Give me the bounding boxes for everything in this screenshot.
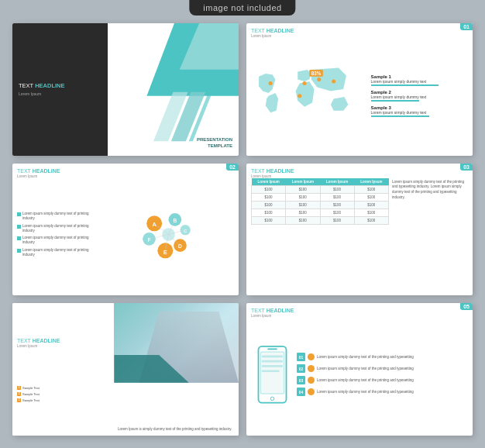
table-row: $100$100 $100$100 xyxy=(252,208,389,216)
slide-2-content: 83% Sample 1 Lorem ipsum simply dummy te… xyxy=(251,41,468,151)
slide-5-bottom: 1 Sample Text 2 Sample Text 3 Sample Tex… xyxy=(12,383,239,436)
table-row: $100$100 $100$100 xyxy=(252,216,389,224)
bullet-3: Lorem ipsum simply dummy text of printin… xyxy=(17,236,99,245)
svg-text:A: A xyxy=(152,221,157,228)
slide-4-header: TEXT HEADLINE Lorem Ipsum xyxy=(251,168,468,178)
step-text-1: Lorem ipsum simply dummy text of the pri… xyxy=(317,355,414,360)
slide-3-circles: 02 TEXT HEADLINE Lorem Ipsum Lorem ipsum… xyxy=(12,164,239,296)
map-area: 83% xyxy=(251,41,368,151)
tag-icon-3: 3 xyxy=(17,398,21,402)
step-num-4: 04 xyxy=(297,388,305,396)
data-table: Lorem Ipsum Lorem Ipsum Lorem Ipsum Lore… xyxy=(251,178,389,225)
watermark-text: image not included xyxy=(203,3,281,12)
svg-rect-35 xyxy=(262,365,283,367)
slide-3-headline: TEXT HEADLINE xyxy=(17,168,234,174)
slides-grid: TEXT HEADLINE Lorem Ipsum PRESENTATION T… xyxy=(0,0,485,448)
slide-1-headline: TEXT HEADLINE xyxy=(19,82,101,90)
svg-point-3 xyxy=(302,81,306,85)
svg-text:83%: 83% xyxy=(311,71,322,76)
slide-2-headline: TEXT HEADLINE xyxy=(251,28,294,33)
slide-2-worldmap: 01 TEXT HEADLINE Lorem Ipsum xyxy=(246,23,473,156)
presentation-label: PRESENTATION xyxy=(197,136,232,143)
slide-6-phone: 05 TEXT HEADLINE Lorem Ipsum xyxy=(246,303,473,436)
slide-2-sub: Lorem Ipsum xyxy=(251,34,294,38)
tag-icon-1: 1 xyxy=(17,386,21,390)
svg-text:B: B xyxy=(173,218,177,223)
slide-num-4: 03 xyxy=(460,164,473,171)
slide-1-left: TEXT HEADLINE Lorem Ipsum xyxy=(12,23,108,156)
step-2: 02 Lorem ipsum simply dummy text of the … xyxy=(297,364,468,373)
col-header-4: Lorem Ipsum xyxy=(354,178,388,186)
slide-1-sub: Lorem Ipsum xyxy=(19,91,101,96)
svg-rect-33 xyxy=(262,355,283,357)
photo-area xyxy=(114,303,239,382)
svg-point-7 xyxy=(269,81,273,85)
tag-icon-2: 2 xyxy=(17,392,21,396)
step-icon-1 xyxy=(308,353,315,360)
slide-5-headline: TEXT HEADLINE xyxy=(17,338,109,343)
svg-rect-30 xyxy=(260,352,284,394)
slide-3-content: Lorem ipsum simply dummy text of printin… xyxy=(17,178,234,291)
col-header-1: Lorem Ipsum xyxy=(252,178,286,186)
step-icon-2 xyxy=(308,365,315,372)
col-header-2: Lorem Ipsum xyxy=(286,178,320,186)
step-num-2: 02 xyxy=(297,364,305,373)
step-text-3: Lorem ipsum simply dummy text of the pri… xyxy=(317,378,414,383)
slide-4-content: Lorem Ipsum Lorem Ipsum Lorem Ipsum Lore… xyxy=(251,178,468,291)
svg-rect-34 xyxy=(262,360,283,363)
step-text-2: Lorem ipsum simply dummy text of the pri… xyxy=(317,367,414,371)
sample-3: Sample 3 Lorem ipsum simply dummy text xyxy=(371,105,468,117)
slide-6-header: TEXT HEADLINE Lorem Ipsum xyxy=(251,308,468,318)
bullet-dot-2 xyxy=(17,225,21,229)
svg-point-6 xyxy=(298,94,301,98)
table-wrap: Lorem Ipsum Lorem Ipsum Lorem Ipsum Lore… xyxy=(251,178,389,291)
slide-num-6: 05 xyxy=(460,303,473,310)
svg-text:F: F xyxy=(147,237,150,243)
step-3: 03 Lorem ipsum simply dummy text of the … xyxy=(297,376,468,384)
bullet-2: Lorem ipsum simply dummy text of printin… xyxy=(17,224,99,233)
svg-text:E: E xyxy=(163,248,167,255)
sample-list: Sample 1 Lorem ipsum simply dummy text S… xyxy=(371,41,468,151)
sample-1: Sample 1 Lorem ipsum simply dummy text xyxy=(371,74,468,86)
svg-point-32 xyxy=(270,397,274,401)
sample-tag-1: 1 Sample Text xyxy=(17,386,115,390)
slide-5-tags: 1 Sample Text 2 Sample Text 3 Sample Tex… xyxy=(17,386,115,432)
svg-rect-36 xyxy=(262,370,280,372)
slide-4-table: 03 TEXT HEADLINE Lorem Ipsum Lorem Ipsum… xyxy=(246,164,473,296)
step-text-4: Lorem ipsum simply dummy text of the pri… xyxy=(317,390,414,395)
sample-tag-3: 3 Sample Text xyxy=(17,398,115,402)
slide-5-left-panel: TEXT HEADLINE Lorem Ipsum xyxy=(12,303,114,382)
bullet-1: Lorem ipsum simply dummy text of printin… xyxy=(17,212,99,221)
slide-1-cover: TEXT HEADLINE Lorem Ipsum PRESENTATION T… xyxy=(12,23,239,156)
svg-point-5 xyxy=(332,80,335,84)
circle-diagram: A B C D E F xyxy=(102,178,234,291)
col-header-3: Lorem Ipsum xyxy=(320,178,354,186)
table-row: $100$100 $100$100 xyxy=(252,193,389,201)
slide-6-headline: TEXT HEADLINE xyxy=(251,308,468,313)
step-num-1: 01 xyxy=(297,353,305,361)
step-icon-4 xyxy=(308,388,315,395)
step-1: 01 Lorem ipsum simply dummy text of the … xyxy=(297,353,468,361)
bullet-dot-4 xyxy=(17,249,21,253)
table-row: $100$100 $100$100 xyxy=(252,185,389,193)
slide-4-side-text: Lorem ipsum simply dummy text of the pri… xyxy=(392,178,468,291)
step-4: 04 Lorem ipsum simply dummy text of the … xyxy=(297,388,468,396)
bullet-4: Lorem ipsum simply dummy text of printin… xyxy=(17,248,99,257)
slide-5-bottom-text: Lorem Ipsum is simply dummy text of the … xyxy=(118,386,234,432)
slide-3-header: TEXT HEADLINE Lorem Ipsum xyxy=(17,168,234,178)
slide-1-right: PRESENTATION TEMPLATE xyxy=(108,23,239,156)
slide-num-3: 02 xyxy=(226,164,239,171)
steps-list: 01 Lorem ipsum simply dummy text of the … xyxy=(297,353,468,396)
slide-5-photo: 04 TEXT HEADLINE Lorem Ipsum 1 Sample Te… xyxy=(12,303,239,436)
svg-point-4 xyxy=(317,78,321,81)
phone-container xyxy=(251,345,294,405)
table-row: $100$100 $100$100 xyxy=(252,201,389,208)
bullet-dot-3 xyxy=(17,236,21,240)
sample-tag-2: 2 Sample Text xyxy=(17,392,115,396)
template-label: TEMPLATE xyxy=(197,143,232,149)
sample-2: Sample 2 Lorem ipsum simply dummy text xyxy=(371,90,468,102)
slide-5-sub: Lorem Ipsum xyxy=(17,344,109,348)
slide-6-content: 01 Lorem ipsum simply dummy text of the … xyxy=(251,318,468,431)
bullets-list: Lorem ipsum simply dummy text of printin… xyxy=(17,178,99,291)
watermark-bar: image not included xyxy=(189,0,295,16)
